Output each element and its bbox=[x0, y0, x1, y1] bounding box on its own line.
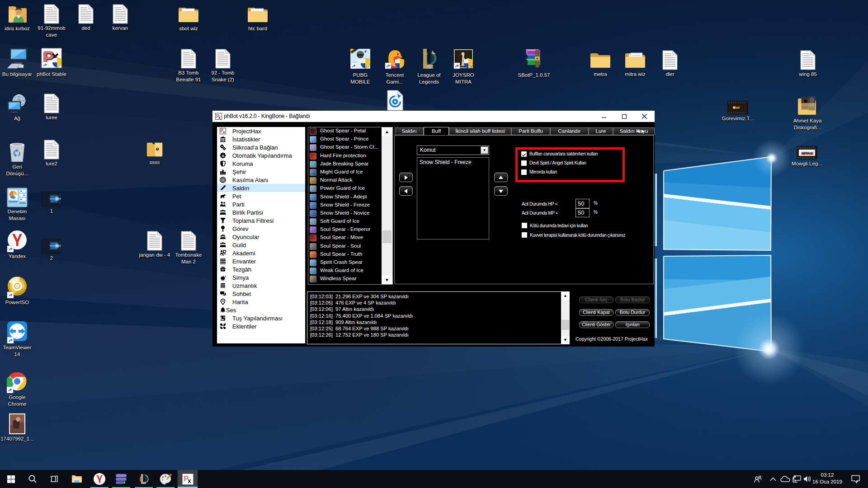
svg-text:A: A bbox=[222, 154, 225, 158]
svg-text:x: x bbox=[223, 130, 225, 134]
svg-text:x: x bbox=[188, 477, 191, 484]
svg-text:NETFLIX: NETFLIX bbox=[802, 152, 813, 155]
svg-text:x: x bbox=[218, 115, 221, 120]
